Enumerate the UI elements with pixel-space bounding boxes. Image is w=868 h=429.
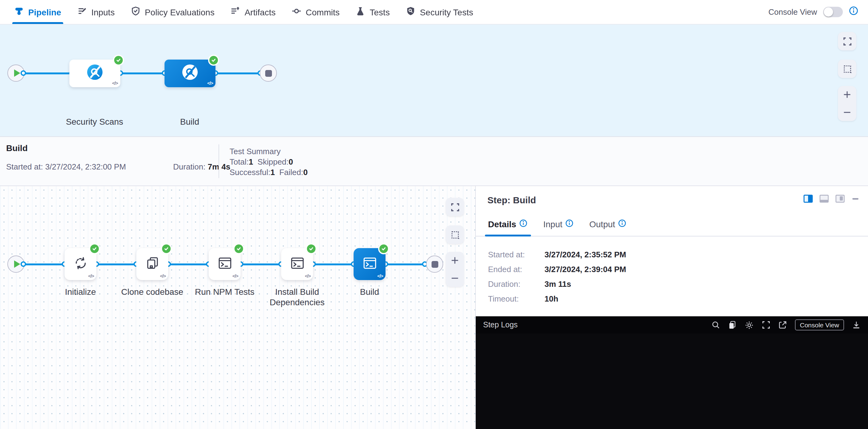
detail-value: 3/27/2024, 2:39:04 PM: [545, 265, 626, 274]
log-settings-gear-icon[interactable]: [745, 320, 754, 330]
step-graph-canvas[interactable]: </> Initialize </> Clone codebase </> Ru…: [0, 186, 476, 429]
canvas-fullscreen-button[interactable]: [446, 198, 464, 216]
zoom-in-button[interactable]: [446, 252, 464, 269]
link-port: [21, 70, 26, 76]
commit-icon: [291, 6, 301, 18]
tab-label: Artifacts: [245, 7, 276, 17]
canvas-fullscreen-button[interactable]: [838, 32, 856, 50]
step-label[interactable]: Clone codebase: [121, 287, 183, 297]
stage-label[interactable]: Security Scans: [66, 117, 123, 127]
stage-label[interactable]: Build: [180, 117, 199, 127]
log-lines: 18326info3/27/2024, 2:38:59 PM[18:38:59]…: [476, 335, 868, 429]
code-glyph: </>: [88, 273, 94, 279]
info-icon[interactable]: [565, 219, 574, 229]
tab-details[interactable]: Details: [488, 219, 527, 229]
toggle-knob: [824, 7, 833, 17]
tab-security-tests[interactable]: Security Tests: [398, 0, 481, 24]
copy-icon[interactable]: [728, 320, 737, 329]
step-label[interactable]: Build: [360, 287, 379, 297]
step-node-clone-codebase[interactable]: </>: [136, 248, 168, 280]
logs-fullscreen-icon[interactable]: [762, 320, 770, 329]
zoom-out-button[interactable]: [446, 269, 464, 287]
canvas-select-button[interactable]: [446, 225, 464, 244]
tab-label: Output: [589, 219, 615, 229]
shield-check-icon: [131, 6, 141, 18]
stage-link-line: [16, 72, 268, 74]
play-icon: [14, 261, 20, 268]
open-in-new-window-icon[interactable]: [778, 320, 787, 329]
inputs-icon: [77, 6, 87, 18]
step-logs-title: Step Logs: [483, 320, 518, 329]
stage-summary-title: Build: [6, 143, 28, 153]
code-glyph: </>: [377, 273, 383, 279]
zoom-in-button[interactable]: [838, 86, 856, 103]
success-badge: [378, 243, 389, 254]
terminal-icon: [362, 255, 377, 273]
step-node-run-npm-tests[interactable]: </>: [209, 248, 241, 280]
test-summary-counts-2: Successful:1 Failed:0: [229, 168, 308, 177]
search-icon[interactable]: [711, 320, 720, 329]
tab-label: Input: [543, 219, 562, 229]
info-icon[interactable]: [849, 6, 858, 18]
tab-pipeline[interactable]: Pipeline: [6, 0, 69, 24]
success-badge: [306, 243, 317, 254]
info-icon[interactable]: [519, 219, 527, 229]
step-node-initialize[interactable]: </>: [64, 248, 96, 280]
canvas-zoom-control: [838, 86, 856, 121]
stage-graph-canvas[interactable]: </> Security Scans </> Build: [0, 25, 868, 136]
step-node-build[interactable]: </>: [353, 248, 385, 280]
code-glyph: </>: [305, 273, 311, 279]
minimize-panel-icon[interactable]: [851, 195, 859, 203]
pipeline-execution-page: Pipeline Inputs Policy Evaluations Artif…: [0, 0, 868, 429]
download-logs-icon[interactable]: [852, 320, 861, 329]
tab-tests[interactable]: Tests: [348, 0, 398, 24]
tab-artifacts[interactable]: Artifacts: [222, 0, 284, 24]
pipeline-icon: [14, 6, 24, 18]
successful-value: 1: [270, 168, 275, 177]
active-tab-underline: [485, 235, 531, 237]
duration-label: Duration:: [173, 162, 206, 171]
log-row: 18331info3/27/2024, 2:38:59 PM[18:38:59]…: [476, 398, 868, 410]
top-nav: Pipeline Inputs Policy Evaluations Artif…: [0, 0, 868, 25]
code-glyph: </>: [232, 273, 238, 279]
log-row: 18330info3/27/2024, 2:38:59 PM[18:38:59]…: [476, 385, 868, 398]
pipeline-end-node[interactable]: [260, 64, 277, 82]
info-icon[interactable]: [618, 219, 626, 229]
stage-node-security-scans[interactable]: </>: [69, 60, 120, 87]
layout-split-view-icon[interactable]: [804, 195, 813, 203]
tab-output[interactable]: Output: [589, 219, 626, 229]
failed-value: 0: [303, 168, 308, 177]
zoom-out-button[interactable]: [838, 103, 856, 121]
step-label[interactable]: Initialize: [65, 287, 96, 297]
started-at-text: Started at: 3/27/2024, 2:32:00 PM: [6, 162, 126, 171]
shield-scan-icon: [406, 6, 415, 18]
detail-label: Timeout:: [488, 294, 519, 303]
layout-bottom-view-icon[interactable]: [819, 195, 829, 203]
success-badge: [89, 243, 100, 254]
detail-value: 3/27/2024, 2:35:52 PM: [545, 250, 626, 259]
log-row: 18329info3/27/2024, 2:38:59 PM[18:38:59]…: [476, 373, 868, 386]
canvas-select-button[interactable]: [838, 60, 856, 78]
duration-text: Duration: 7m 4s: [173, 162, 230, 171]
tab-inputs[interactable]: Inputs: [69, 0, 122, 24]
stage-node-build[interactable]: </>: [164, 60, 215, 87]
tab-label: Details: [488, 219, 516, 229]
tab-commits[interactable]: Commits: [284, 0, 347, 24]
layout-drawer-view-icon[interactable]: [835, 195, 845, 203]
tab-label: Inputs: [91, 7, 115, 17]
step-node-install-build-dependencies[interactable]: </>: [281, 248, 313, 280]
step-label[interactable]: Run NPM Tests: [195, 287, 254, 297]
step-label[interactable]: Install Build Dependencies: [267, 287, 328, 308]
step-logs-panel: Step Logs Console View 18326info3/27/202…: [476, 316, 868, 429]
panel-layout-controls: [804, 195, 859, 203]
tab-policy-evaluations[interactable]: Policy Evaluations: [123, 0, 222, 24]
test-summary-counts-1: Total:1 Skipped:0: [229, 157, 293, 166]
console-view-toggle[interactable]: [823, 7, 843, 17]
success-badge: [113, 55, 124, 66]
build-stage-icon: [182, 64, 198, 83]
tab-input[interactable]: Input: [543, 219, 574, 229]
log-row: 18328info3/27/2024, 2:38:59 PM[18:38:59]…: [476, 360, 868, 373]
detail-value: 3m 11s: [545, 279, 571, 289]
stage-end-node[interactable]: [426, 255, 443, 273]
console-view-button[interactable]: Console View: [795, 319, 844, 330]
